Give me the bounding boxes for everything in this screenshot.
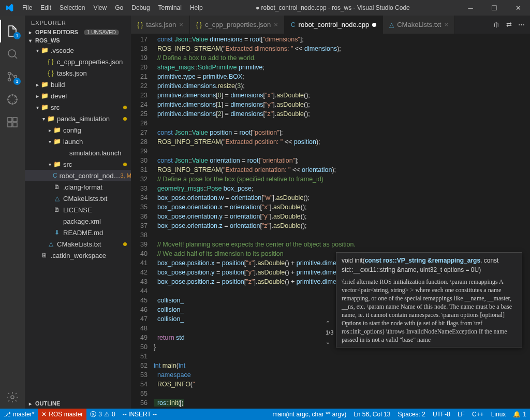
outline-section[interactable]: ▸OUTLINE xyxy=(25,399,131,408)
sidebar: EXPLORER ▸OPEN EDITORS 1 UNSAVED ▾ROS_WS… xyxy=(25,16,131,409)
tab-actions: ⫛ ⇄ ⋯ xyxy=(488,16,530,34)
tree-item[interactable]: △CMakeLists.txt xyxy=(25,193,131,204)
tree-item[interactable]: 🗎.catkin_workspace xyxy=(25,250,131,261)
tree-item[interactable]: ▾📁src xyxy=(25,102,131,113)
eol-status[interactable]: LF xyxy=(454,409,468,420)
debug-icon[interactable] xyxy=(0,88,25,111)
file-tree: ▾📁.vscode{ }c_cpp_properties.json{ }task… xyxy=(25,45,131,261)
menu-bar: FileEditSelectionViewGoDebugTerminalHelp xyxy=(18,4,207,11)
vim-mode: -- INSERT -- xyxy=(119,409,160,420)
language-status[interactable]: C++ xyxy=(468,409,488,420)
signature-help-tooltip: void init(const ros::VP_string &remappin… xyxy=(336,252,522,347)
problems-status[interactable]: ⓧ 3 ⚠ 0 xyxy=(86,409,119,420)
svg-point-0 xyxy=(8,50,16,57)
activity-bar: 1 1 xyxy=(0,16,25,409)
tab[interactable]: { }tasks.json× xyxy=(131,16,190,34)
status-bar: ⎇ master* ✕ ROS master ⓧ 3 ⚠ 0 -- INSERT… xyxy=(0,409,530,420)
tree-item[interactable]: { }c_cpp_properties.json xyxy=(25,56,131,67)
os-status[interactable]: Linux xyxy=(488,409,510,420)
menu-view[interactable]: View xyxy=(89,4,111,11)
tree-item[interactable]: 🗎LICENSE xyxy=(25,204,131,215)
tree-item[interactable]: ▸📁devel xyxy=(25,90,131,102)
svg-point-2 xyxy=(8,79,11,81)
titlebar: FileEditSelectionViewGoDebugTerminalHelp… xyxy=(0,0,530,16)
sidebar-title: EXPLORER xyxy=(25,16,131,28)
maximize-button[interactable]: ☐ xyxy=(482,0,506,16)
svg-rect-5 xyxy=(8,118,12,122)
notifications-icon[interactable]: 🔔1 xyxy=(509,409,530,420)
more-icon[interactable]: ⋯ xyxy=(518,21,525,28)
open-editors-section[interactable]: ▸OPEN EDITORS 1 UNSAVED xyxy=(25,28,131,36)
tree-item[interactable]: ⬇README.md xyxy=(25,227,131,238)
split-editor-icon[interactable]: ⫛ xyxy=(493,21,500,28)
explorer-icon[interactable]: 1 xyxy=(0,20,25,42)
tree-item[interactable]: simulation.launch xyxy=(25,147,131,158)
tree-item[interactable]: △CMakeLists.txt xyxy=(25,238,131,250)
tree-item[interactable]: ▾📁src xyxy=(25,158,131,170)
menu-terminal[interactable]: Terminal xyxy=(154,4,186,11)
project-section[interactable]: ▾ROS_WS xyxy=(25,36,131,45)
svg-point-1 xyxy=(8,73,11,75)
tree-item[interactable]: ▾📁.vscode xyxy=(25,45,131,56)
signature-nav[interactable]: ⌃1/3⌄ xyxy=(326,318,333,346)
encoding-status[interactable]: UTF-8 xyxy=(429,409,454,420)
tree-item[interactable]: ▾📁panda_simulation xyxy=(25,113,131,124)
minimize-button[interactable]: ─ xyxy=(459,0,482,16)
ros-master-status[interactable]: ✕ ROS master xyxy=(38,409,86,420)
window-title: ● robot_control_node.cpp - ros_ws - Visu… xyxy=(207,4,459,11)
tree-item[interactable]: ▾📁launch xyxy=(25,136,131,147)
svg-point-9 xyxy=(11,396,14,399)
indent-status[interactable]: Spaces: 2 xyxy=(394,409,429,420)
tree-item[interactable]: { }tasks.json xyxy=(25,67,131,79)
svg-rect-6 xyxy=(8,123,12,127)
tab[interactable]: { }c_cpp_properties.json× xyxy=(190,16,285,34)
tree-item[interactable]: 🗎.clang-format xyxy=(25,181,131,193)
menu-file[interactable]: File xyxy=(18,4,36,11)
menu-go[interactable]: Go xyxy=(111,4,127,11)
tree-item[interactable]: Crobot_control_nod…3, M xyxy=(25,170,131,181)
line-numbers: 1718192021222324252627282930313233343536… xyxy=(131,34,154,409)
cursor-position[interactable]: Ln 56, Col 13 xyxy=(350,409,394,420)
editor-tabs: { }tasks.json×{ }c_cpp_properties.json×C… xyxy=(131,16,530,34)
breadcrumb-status[interactable]: main(int argc, char ** argv) xyxy=(269,409,350,420)
settings-icon[interactable] xyxy=(0,386,25,409)
svg-rect-7 xyxy=(13,123,17,127)
vscode-logo-icon xyxy=(0,4,18,12)
code-editor[interactable]: 1718192021222324252627282930313233343536… xyxy=(131,34,530,409)
menu-debug[interactable]: Debug xyxy=(127,4,154,11)
extensions-icon[interactable] xyxy=(0,111,25,134)
svg-rect-8 xyxy=(13,118,17,122)
window-controls: ─ ☐ ✕ xyxy=(459,0,530,16)
code-content[interactable]: const Json::Value dimensions = root["dim… xyxy=(154,34,530,409)
tab[interactable]: Crobot_control_node.cpp xyxy=(285,16,383,34)
menu-edit[interactable]: Edit xyxy=(36,4,55,11)
compare-icon[interactable]: ⇄ xyxy=(506,21,512,28)
source-control-icon[interactable]: 1 xyxy=(0,65,25,88)
tab[interactable]: △CMakeLists.txt× xyxy=(383,16,455,34)
tree-item[interactable]: package.xml xyxy=(25,215,131,227)
menu-selection[interactable]: Selection xyxy=(55,4,89,11)
tree-item[interactable]: ▸📁config xyxy=(25,124,131,136)
close-button[interactable]: ✕ xyxy=(506,0,530,16)
menu-help[interactable]: Help xyxy=(186,4,207,11)
git-branch[interactable]: ⎇ master* xyxy=(0,409,38,420)
tree-item[interactable]: ▸📁build xyxy=(25,79,131,90)
search-icon[interactable] xyxy=(0,42,25,65)
